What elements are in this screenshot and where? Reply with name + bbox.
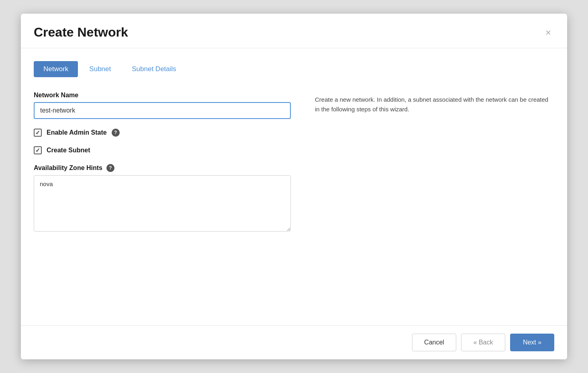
help-text: Create a new network. In addition, a sub… bbox=[315, 95, 554, 114]
create-subnet-label: Create Subnet bbox=[47, 147, 90, 154]
availability-zone-label: Availability Zone Hints bbox=[34, 164, 102, 172]
enable-admin-state-row: Enable Admin State ? bbox=[34, 129, 291, 137]
cancel-button[interactable]: Cancel bbox=[412, 334, 456, 351]
availability-zone-help-icon[interactable]: ? bbox=[106, 164, 114, 172]
enable-admin-state-help-icon[interactable]: ? bbox=[112, 129, 120, 137]
network-name-input[interactable] bbox=[34, 102, 291, 119]
enable-admin-state-label: Enable Admin State bbox=[47, 129, 107, 136]
create-subnet-row: Create Subnet bbox=[34, 146, 291, 154]
availability-zone-textarea[interactable]: nova bbox=[34, 175, 291, 232]
form-section: Network Name Enable Admin State ? Create… bbox=[34, 92, 291, 316]
tabs-container: Network Subnet Subnet Details bbox=[34, 61, 554, 77]
help-section: Create a new network. In addition, a sub… bbox=[315, 92, 554, 316]
availability-zone-group: Availability Zone Hints ? nova bbox=[34, 164, 291, 232]
dialog-title: Create Network bbox=[34, 25, 128, 40]
dialog-body: Network Subnet Subnet Details Network Na… bbox=[21, 48, 567, 325]
content-area: Network Name Enable Admin State ? Create… bbox=[34, 92, 554, 316]
enable-admin-state-checkbox[interactable] bbox=[34, 129, 42, 137]
dialog-header: Create Network × bbox=[21, 14, 567, 48]
back-button[interactable]: « Back bbox=[461, 334, 505, 351]
network-name-group: Network Name bbox=[34, 92, 291, 119]
next-button[interactable]: Next » bbox=[510, 334, 554, 351]
network-name-label: Network Name bbox=[34, 92, 291, 99]
tab-subnet[interactable]: Subnet bbox=[80, 61, 120, 77]
tab-network[interactable]: Network bbox=[34, 61, 78, 77]
tab-subnet-details[interactable]: Subnet Details bbox=[122, 61, 186, 77]
create-network-dialog: Create Network × Network Subnet Subnet D… bbox=[21, 14, 567, 359]
dialog-footer: Cancel « Back Next » bbox=[21, 325, 567, 359]
create-subnet-checkbox[interactable] bbox=[34, 146, 42, 154]
close-button[interactable]: × bbox=[542, 26, 554, 39]
